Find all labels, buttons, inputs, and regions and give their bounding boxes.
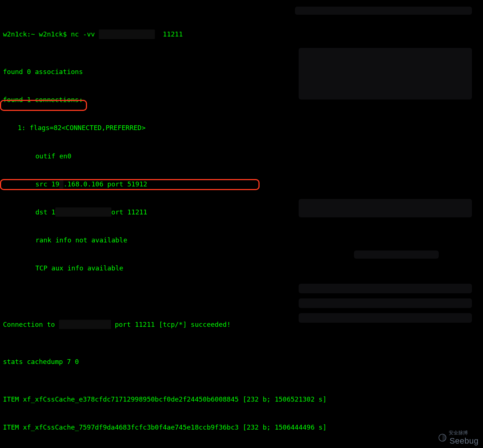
command-nc: nc -vv	[71, 30, 95, 38]
blank-line	[3, 292, 480, 301]
redacted-ip-part: X	[59, 179, 63, 189]
output-line: outif en0	[35, 151, 480, 161]
prompt-user: w2n1ck	[39, 30, 63, 38]
output-line: 1: flags=82<CONNECTED,PREFERRED>	[18, 123, 480, 132]
output-line: found 0 associations	[3, 67, 480, 76]
redacted-ip: XX XXXX XX XX	[55, 207, 111, 217]
output-line: TCP aux info available	[35, 263, 480, 273]
prompt-symbol: $	[63, 30, 67, 38]
command-port: 11211	[163, 30, 183, 38]
redacted-ip: XXX XX XXX XX	[59, 320, 111, 329]
output-line: found 1 connections:	[3, 95, 480, 104]
terminal-output: w2n1ck:~ w2n1ck$ nc -vv XXX XX XXXX XX 1…	[0, 0, 483, 448]
prompt-hostname: w2n1ck	[3, 30, 27, 38]
command-stats-cachedump[interactable]: stats cachedump 7 0	[3, 357, 480, 366]
item-line: ITEM xf_xfCssCache_e378cfdc71712998950bc…	[3, 395, 480, 404]
prompt-line[interactable]: w2n1ck:~ w2n1ck$ nc -vv XXX XX XXXX XX 1…	[3, 29, 480, 39]
prompt-path: ~	[31, 30, 35, 38]
output-line: rank info not available	[35, 235, 480, 245]
output-line: src 19X.168.0.106 port 51912	[35, 179, 480, 189]
item-line: ITEM xf_xfCssCache_7597df9da4683fcfc3b0f…	[3, 423, 480, 432]
redacted-ip: XXX XX XXXX XX	[99, 29, 155, 39]
output-line: Connection to XXX XX XXX XX port 11211 […	[3, 320, 480, 329]
output-line: dst 1XX XXXX XX XX ort 11211	[35, 207, 480, 217]
